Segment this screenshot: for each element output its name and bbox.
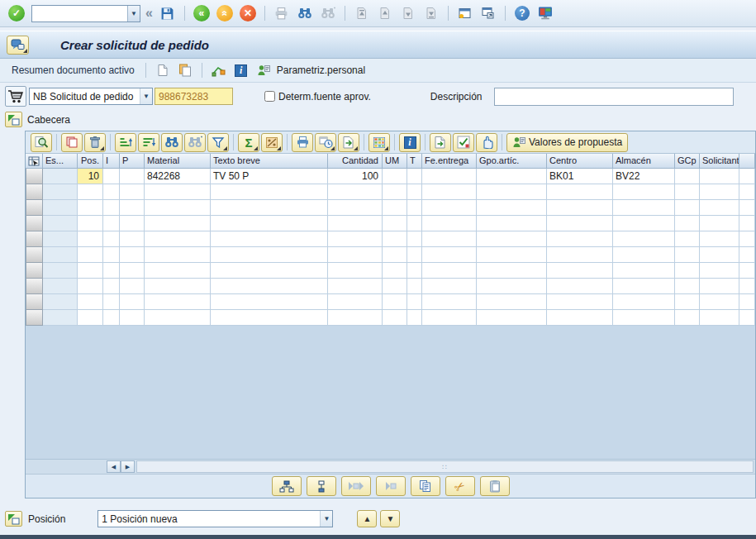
cell-material[interactable] [145, 263, 211, 279]
grid-find-button[interactable] [161, 133, 183, 152]
cell-p[interactable] [120, 263, 145, 279]
cell-um[interactable] [383, 279, 407, 294]
expand-header-button[interactable] [5, 112, 22, 127]
scroll-left-button[interactable]: ◀ [107, 460, 121, 473]
cell-gpo_artic[interactable] [477, 247, 547, 263]
cell-gcp[interactable] [675, 310, 700, 326]
cell-um[interactable] [383, 310, 407, 326]
grid-find-next-button[interactable] [184, 133, 206, 152]
row-select-button[interactable] [26, 200, 43, 216]
cell-centro[interactable] [547, 231, 613, 247]
sort-descending-button[interactable] [138, 133, 159, 152]
cell-cantidad[interactable] [328, 279, 383, 294]
cell-solicitante[interactable] [700, 279, 739, 294]
column-header-i[interactable]: I [103, 154, 120, 169]
enter-button[interactable]: ✓ [7, 4, 26, 22]
cell-cantidad[interactable] [328, 200, 383, 216]
cell-material[interactable] [145, 310, 211, 326]
next-page-button[interactable] [398, 4, 418, 22]
cell-es[interactable] [43, 216, 78, 231]
cell-solicitante[interactable] [700, 310, 739, 326]
cell-um[interactable] [383, 169, 407, 184]
cell-fe_entrega[interactable] [422, 216, 477, 231]
copy-row-button[interactable] [61, 133, 83, 152]
select-all-button[interactable] [26, 154, 43, 169]
cell-cantidad[interactable] [328, 263, 383, 279]
cell-gpo_artic[interactable] [477, 184, 547, 200]
cancel-button[interactable]: ✕ [238, 4, 258, 22]
cell-es[interactable] [43, 247, 78, 263]
cell-i[interactable] [103, 310, 120, 326]
cell-material[interactable] [145, 247, 211, 263]
cell-es[interactable] [43, 169, 78, 184]
customize-button[interactable] [535, 4, 555, 22]
cell-texto_breve[interactable] [211, 231, 328, 247]
expand-position-button[interactable] [5, 511, 22, 527]
cell-p[interactable] [120, 279, 145, 294]
cell-p[interactable] [120, 200, 145, 216]
grid-print-button[interactable] [292, 133, 313, 152]
cell-gcp[interactable] [675, 279, 700, 294]
cell-es[interactable] [43, 310, 78, 326]
print-button[interactable] [272, 4, 292, 22]
cell-pos[interactable]: 10 [78, 169, 103, 184]
copy-template-button[interactable] [176, 62, 194, 79]
find-button[interactable] [295, 4, 315, 22]
cell-pos[interactable] [78, 200, 103, 216]
cell-almacen[interactable] [613, 279, 675, 294]
description-input[interactable] [494, 88, 734, 106]
document-overview-button[interactable]: Resumen documento activo [8, 63, 138, 78]
cell-cantidad[interactable] [328, 216, 383, 231]
cell-material[interactable] [145, 231, 211, 247]
cell-cantidad[interactable] [328, 231, 383, 247]
cell-es[interactable] [43, 294, 78, 310]
cell-fe_entrega[interactable] [422, 294, 477, 310]
cell-i[interactable] [103, 279, 120, 294]
cell-solicitante[interactable] [700, 231, 739, 247]
column-header-gcp[interactable]: GCp [675, 154, 700, 169]
sort-ascending-button[interactable] [115, 133, 136, 152]
column-header-um[interactable]: UM [383, 154, 407, 169]
cell-almacen[interactable] [613, 263, 675, 279]
cell-gcp[interactable] [675, 247, 700, 263]
cell-um[interactable] [383, 200, 407, 216]
column-header-centro[interactable]: Centro [547, 154, 613, 169]
cell-t[interactable] [407, 216, 422, 231]
cell-texto_breve[interactable] [211, 263, 328, 279]
cell-material[interactable] [145, 184, 211, 200]
cell-texto_breve[interactable] [211, 200, 328, 216]
cell-i[interactable] [103, 200, 120, 216]
cell-es[interactable] [43, 184, 78, 200]
info-button[interactable]: i [232, 62, 250, 79]
cell-t[interactable] [407, 263, 422, 279]
cell-t[interactable] [407, 169, 422, 184]
source-determination-checkbox[interactable] [264, 91, 275, 102]
cell-texto_breve[interactable] [211, 216, 328, 231]
scrollbar-track[interactable]: ∷ [136, 460, 754, 473]
cell-es[interactable] [43, 200, 78, 216]
cell-almacen[interactable] [613, 294, 675, 310]
cell-centro[interactable] [547, 263, 613, 279]
cell-almacen[interactable] [613, 216, 675, 231]
row-select-button[interactable] [26, 279, 43, 294]
cell-fe_entrega[interactable] [422, 184, 477, 200]
default-values-button[interactable]: Valores de propuesta [506, 133, 628, 152]
cell-texto_breve[interactable] [211, 294, 328, 310]
move-down-button[interactable]: ▼ [380, 510, 400, 527]
cell-centro[interactable] [547, 294, 613, 310]
subtotal-button[interactable] [261, 133, 283, 152]
cell-gcp[interactable] [675, 200, 700, 216]
cell-i[interactable] [103, 263, 120, 279]
step-button[interactable] [376, 476, 406, 496]
view-layout-button[interactable] [368, 133, 390, 152]
delete-row-button[interactable] [84, 133, 106, 152]
cell-p[interactable] [120, 231, 145, 247]
cell-fe_entrega[interactable] [422, 247, 477, 263]
cell-almacen[interactable] [613, 247, 675, 263]
row-select-button[interactable] [26, 184, 43, 200]
cell-pos[interactable] [78, 263, 103, 279]
cell-fe_entrega[interactable] [422, 200, 477, 216]
cell-t[interactable] [407, 200, 422, 216]
cell-um[interactable] [383, 216, 407, 231]
cell-material[interactable] [145, 294, 211, 310]
